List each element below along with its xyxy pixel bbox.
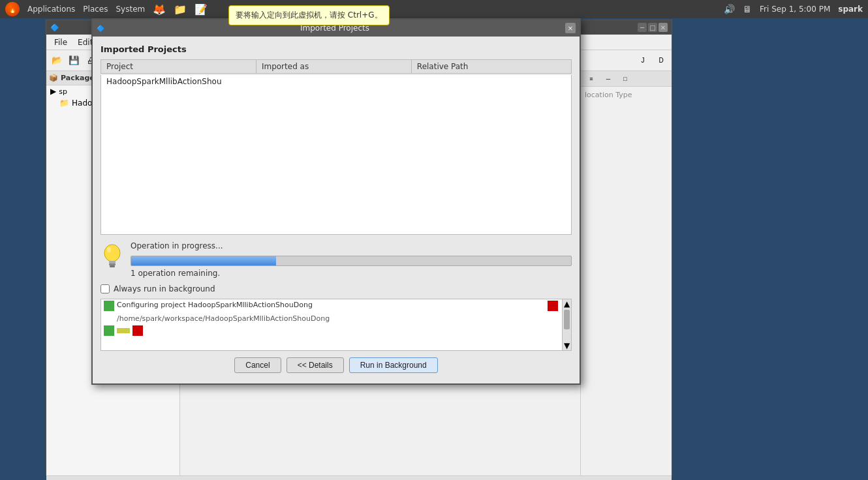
- table-body-area: HadoopSparkMllibActionShou: [101, 75, 572, 235]
- monitor-icon[interactable]: 🖥: [743, 4, 752, 14]
- log-entry-1-icon: [104, 301, 114, 311]
- bp-maximize-icon[interactable]: □: [87, 475, 102, 481]
- details-button[interactable]: << Details: [287, 357, 344, 373]
- rp-btn1[interactable]: ≡: [583, 71, 599, 87]
- type-col: Type: [615, 91, 632, 99]
- minimize-button[interactable]: ─: [638, 23, 647, 32]
- progress-bar-fill: [131, 256, 276, 265]
- progress-bar-container: [131, 256, 572, 266]
- datetime-label: Fri Sep 1, 5:00 PM: [760, 5, 830, 14]
- tooltip: 要将输入定向到此虚拟机，请按 Ctrl+G。: [228, 5, 390, 25]
- table-row: HadoopSparkMllibActionShou: [101, 75, 571, 88]
- desktop-topbar: 🔥 Applications Places System 🦊 📁 📝 🔊 🖥 F…: [0, 0, 868, 18]
- col-project: Project: [101, 60, 256, 74]
- svg-point-4: [107, 247, 111, 252]
- right-panel-toolbar: ≡ ─ □: [581, 71, 672, 87]
- run-in-background-button[interactable]: Run in Background: [349, 357, 438, 373]
- bottom-panel-header: ▾ ─ □: [46, 476, 672, 480]
- progress-section: Operation in progress... 1 operation rem…: [101, 241, 572, 278]
- tooltip-text: 要将输入定向到此虚拟机，请按 Ctrl+G。: [236, 10, 382, 20]
- cancel-button[interactable]: Cancel: [234, 357, 281, 373]
- text-editor-icon[interactable]: 📝: [194, 3, 208, 16]
- tree-expand-icon: ▶: [50, 87, 56, 96]
- bp-chevron-down-icon[interactable]: ▾: [50, 475, 66, 481]
- close-button[interactable]: ✕: [659, 23, 668, 32]
- username-label: spark: [838, 5, 863, 14]
- log-entry-1: Configuring project HadoopSparkMllibActi…: [101, 299, 561, 312]
- checkbox-row: Always run in background: [101, 284, 572, 293]
- right-panel: ≡ ─ □ location Type: [580, 71, 672, 475]
- bulb-icon: [101, 241, 124, 273]
- log-scrollbar[interactable]: ▲ ▼: [562, 299, 571, 350]
- imported-projects-dialog: 🔷 Imported Projects ✕ Imported Projects …: [91, 18, 581, 385]
- progress-info: Operation in progress... 1 operation rem…: [131, 241, 572, 278]
- log-path-1: /home/spark/workspace/HadoopSparkMllibAc…: [117, 314, 330, 323]
- firefox-icon[interactable]: 🦊: [153, 3, 166, 16]
- always-run-background-checkbox[interactable]: [101, 284, 110, 293]
- apps-menu[interactable]: Applications: [27, 5, 75, 14]
- log-entry-1-text: Configuring project HadoopSparkMllibActi…: [117, 301, 545, 309]
- bp-minimize-icon[interactable]: ─: [69, 475, 84, 481]
- always-run-background-label: Always run in background: [114, 284, 215, 293]
- files-icon[interactable]: 📁: [174, 3, 187, 16]
- log-subtext-1: /home/spark/workspace/HadoopSparkMllibAc…: [101, 312, 561, 323]
- system-menu[interactable]: System: [116, 5, 145, 14]
- dialog-body: Imported Projects Project Imported as Re…: [93, 37, 580, 383]
- toolbar-btn-java-persp[interactable]: J: [635, 53, 651, 68]
- scrollbar-thumb[interactable]: [564, 310, 570, 329]
- log-entry-2: [101, 324, 561, 337]
- app-logo-icon: 🔥: [5, 2, 20, 16]
- toolbar-btn-new[interactable]: 📂: [49, 53, 65, 68]
- location-col: location: [585, 91, 613, 99]
- tree-item-hadoopspark-icon: 📁: [59, 98, 69, 108]
- places-menu[interactable]: Places: [83, 5, 108, 14]
- svg-point-0: [104, 245, 120, 262]
- dialog-section-title: Imported Projects: [101, 44, 572, 54]
- rp-btn3[interactable]: □: [617, 71, 633, 87]
- svg-rect-2: [109, 263, 116, 265]
- maximize-button[interactable]: □: [648, 23, 657, 32]
- toolbar-btn-debug-persp[interactable]: D: [653, 53, 669, 68]
- volume-icon[interactable]: 🔊: [724, 4, 735, 14]
- log-area: ▲ ▼ Configuring project HadoopSparkMllib…: [101, 299, 572, 351]
- log-entry-2-icon: [104, 325, 114, 336]
- dialog-buttons: Cancel << Details Run in Background: [101, 357, 572, 376]
- col-imported-as: Imported as: [256, 60, 411, 74]
- project-name: HadoopSparkMllibActionShou: [106, 77, 222, 86]
- rp-btn2[interactable]: ─: [600, 71, 616, 87]
- dialog-overlay: 🔷 Imported Projects ✕ Imported Projects …: [91, 18, 581, 472]
- dialog-close-button[interactable]: ✕: [565, 23, 576, 33]
- tree-item-label: sp: [59, 87, 67, 96]
- menu-file[interactable]: File: [49, 37, 72, 48]
- imported-projects-table: Project Imported as Relative Path: [101, 59, 572, 74]
- log-error-button-2[interactable]: [132, 325, 143, 336]
- topbar-right: 🔊 🖥 Fri Sep 1, 5:00 PM spark: [724, 4, 863, 14]
- eclipse-window-icon: 🔷: [50, 23, 59, 32]
- scrollbar-up-btn[interactable]: ▲: [563, 299, 571, 308]
- package-explorer-icon: 📦: [49, 74, 58, 82]
- scrollbar-down-btn[interactable]: ▼: [563, 341, 571, 350]
- topbar-left: 🔥 Applications Places System 🦊 📁 📝: [5, 2, 208, 16]
- bottom-panel: ▾ ─ □ ⬛ ShouDong 🔵 ⚙: [46, 475, 672, 480]
- col-relative-path: Relative Path: [411, 60, 571, 74]
- operation-text: Operation in progress...: [131, 241, 572, 250]
- log-entry-2-progress: [117, 328, 130, 333]
- log-error-button-1[interactable]: [548, 301, 558, 311]
- dialog-window-icon: 🔷: [97, 25, 104, 32]
- svg-rect-3: [110, 265, 115, 267]
- toolbar-btn-save[interactable]: 💾: [66, 53, 82, 68]
- remaining-text: 1 operation remaining.: [131, 269, 572, 278]
- svg-rect-1: [109, 261, 116, 263]
